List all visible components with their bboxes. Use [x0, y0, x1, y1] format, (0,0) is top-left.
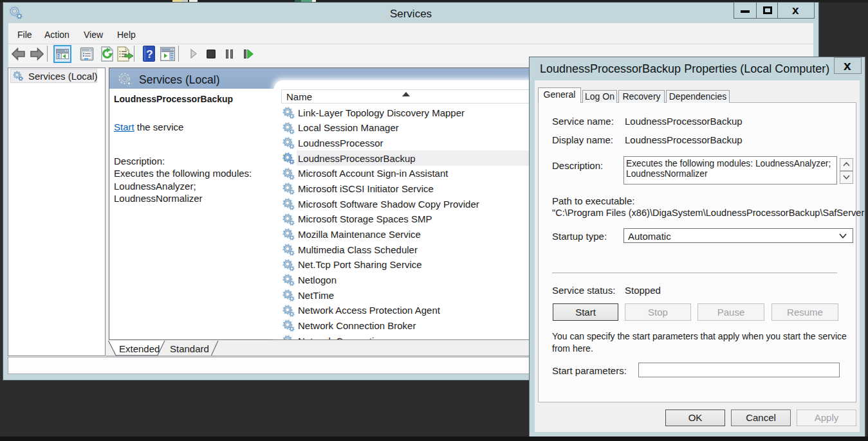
- svg-text:?: ?: [146, 48, 152, 60]
